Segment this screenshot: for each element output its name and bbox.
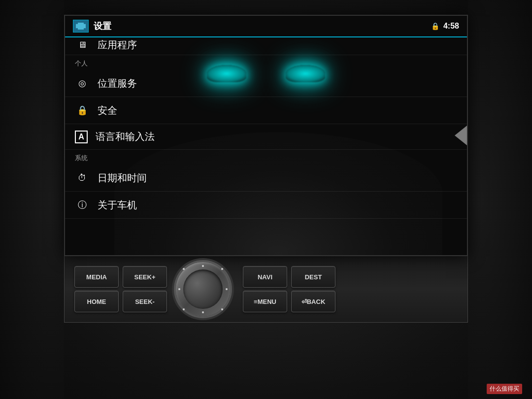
top-bar: 设置 🔒 4:58 (65, 16, 467, 37)
seek-plus-button[interactable]: SEEK+ (123, 266, 167, 288)
info-icon: ⓘ (75, 198, 90, 212)
media-button[interactable]: MEDIA (74, 266, 119, 288)
dest-button[interactable]: DEST (291, 266, 335, 288)
menu-item-language[interactable]: A 语言和输入法 (65, 124, 467, 150)
rotary-knob[interactable] (176, 262, 230, 316)
car-panel: 设置 🔒 4:58 🖥 应用程序 个人 ◎ 位置服务 🔒 安全 (0, 0, 532, 399)
page-bottom: 什么值得买 (487, 384, 522, 394)
home-button[interactable]: HOME (74, 291, 119, 312)
seek-buttons: SEEK+ SEEK- (123, 266, 167, 312)
apps-icon: 🖥 (75, 38, 90, 53)
controls-panel: MEDIA HOME SEEK+ SEEK- N (64, 256, 468, 323)
right-buttons-1: NAVI ≡MENU (243, 266, 287, 312)
clock-icon: ⏱ (75, 170, 90, 185)
settings-icon-box (73, 20, 89, 33)
datetime-text: 日期和时间 (98, 171, 147, 185)
lock-icon: 🔒 (75, 103, 90, 118)
right-buttons-2: DEST ⏎BACK (291, 266, 335, 312)
settings-ui: 设置 🔒 4:58 🖥 应用程序 个人 ◎ 位置服务 🔒 安全 (65, 16, 467, 255)
screen-title: 设置 (94, 20, 111, 32)
menu-item-location[interactable]: ◎ 位置服务 (65, 70, 467, 97)
location-text: 位置服务 (98, 77, 137, 90)
watermark: 什么值得买 (487, 384, 522, 394)
menu-item-security[interactable]: 🔒 安全 (65, 97, 467, 124)
section-personal: 个人 (65, 55, 467, 70)
knob-outer-ring (176, 262, 230, 316)
car-screen: 设置 🔒 4:58 🖥 应用程序 个人 ◎ 位置服务 🔒 安全 (64, 15, 468, 256)
language-icon: A (75, 131, 88, 143)
menu-item-about[interactable]: ⓘ 关于车机 (65, 192, 467, 219)
signal-icon: 🔒 (431, 22, 439, 30)
back-button[interactable]: ⏎BACK (291, 291, 335, 312)
settings-icon (76, 23, 86, 30)
knob-inner-circle (183, 269, 223, 309)
menu-item-partial[interactable]: 🖥 应用程序 (65, 37, 467, 55)
top-bar-left: 设置 (73, 20, 111, 33)
language-text: 语言和输入法 (96, 130, 155, 143)
left-buttons: MEDIA HOME (74, 266, 119, 312)
location-icon: ◎ (75, 76, 90, 91)
navi-button[interactable]: NAVI (243, 266, 287, 288)
section-system: 系统 (65, 150, 467, 165)
security-text: 安全 (98, 104, 117, 117)
right-panel (468, 0, 532, 399)
apps-text: 应用程序 (98, 38, 137, 52)
seek-minus-button[interactable]: SEEK- (123, 291, 167, 312)
left-panel (0, 0, 64, 399)
clock-display: 4:58 (443, 22, 459, 31)
about-text: 关于车机 (98, 199, 137, 212)
menu-button[interactable]: ≡MENU (243, 291, 287, 312)
top-bar-right: 🔒 4:58 (431, 22, 459, 31)
menu-item-datetime[interactable]: ⏱ 日期和时间 (65, 165, 467, 192)
